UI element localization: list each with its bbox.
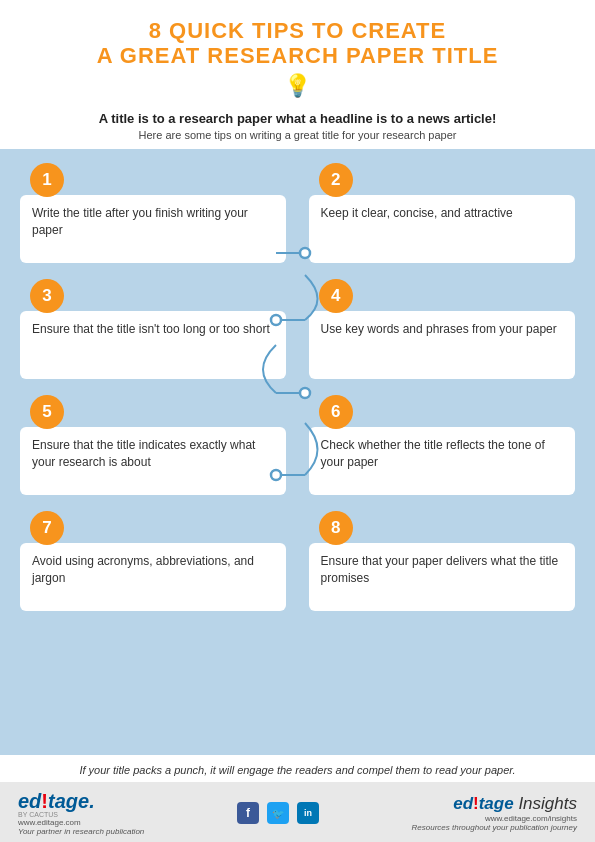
- editage-insights-logo: ed!tage Insights: [453, 794, 577, 814]
- page: 8 QUICK TIPS TO CREATE A GREAT RESEARCH …: [0, 0, 595, 842]
- tip-8-container: 8 Ensure that your paper delivers what t…: [309, 511, 575, 611]
- editage-logo: ed!tage.: [18, 790, 95, 813]
- main-title: 8 QUICK TIPS TO CREATE A GREAT RESEARCH …: [20, 18, 575, 69]
- tip-3-number: 3: [30, 279, 64, 313]
- tip-2-box: Keep it clear, concise, and attractive: [309, 195, 575, 263]
- main-content: 1 Write the title after you finish writi…: [0, 149, 595, 754]
- tips-row-4: 7 Avoid using acronyms, abbreviations, a…: [20, 511, 575, 611]
- tip-5-number: 5: [30, 395, 64, 429]
- tip-6-number: 6: [319, 395, 353, 429]
- tip-6-box: Check whether the title reflects the ton…: [309, 427, 575, 495]
- tip-3-box: Ensure that the title isn't too long or …: [20, 311, 286, 379]
- header: 8 QUICK TIPS TO CREATE A GREAT RESEARCH …: [0, 0, 595, 109]
- headline-text: A title is to a research paper what a he…: [30, 111, 565, 128]
- tip-4-container: 4 Use key words and phrases from your pa…: [309, 279, 575, 379]
- bottom-bar: ed!tage. BY CACTUS www.editage.com Your …: [0, 782, 595, 842]
- tips-row-2: 3 Ensure that the title isn't too long o…: [20, 279, 575, 379]
- sub-header: A title is to a research paper what a he…: [0, 109, 595, 150]
- tip-5-container: 5 Ensure that the title indicates exactl…: [20, 395, 286, 495]
- bulb-icon: 💡: [20, 73, 575, 99]
- tip-1-number: 1: [30, 163, 64, 197]
- editage-insights-url: www.editage.com/insights: [485, 814, 577, 823]
- tip-4-number: 4: [319, 279, 353, 313]
- tip-4-box: Use key words and phrases from your pape…: [309, 311, 575, 379]
- tip-1-container: 1 Write the title after you finish writi…: [20, 163, 286, 263]
- tips-row-1: 1 Write the title after you finish writi…: [20, 163, 575, 263]
- tip-3-container: 3 Ensure that the title isn't too long o…: [20, 279, 286, 379]
- editage-insights-section: ed!tage Insights www.editage.com/insight…: [412, 794, 577, 832]
- editage-partner: Your partner in research publication: [18, 827, 144, 836]
- tip-6-container: 6 Check whether the title reflects the t…: [309, 395, 575, 495]
- editage-logo-section: ed!tage. BY CACTUS www.editage.com Your …: [18, 790, 144, 836]
- twitter-icon[interactable]: 🐦: [267, 802, 289, 824]
- tip-1-box: Write the title after you finish writing…: [20, 195, 286, 263]
- tip-2-number: 2: [319, 163, 353, 197]
- social-icons: f 🐦 in: [237, 802, 319, 824]
- tips-row-3: 5 Ensure that the title indicates exactl…: [20, 395, 575, 495]
- footer-text: If your title packs a punch, it will eng…: [0, 755, 595, 782]
- subtitle-text: Here are some tips on writing a great ti…: [30, 129, 565, 141]
- tip-7-container: 7 Avoid using acronyms, abbreviations, a…: [20, 511, 286, 611]
- facebook-icon[interactable]: f: [237, 802, 259, 824]
- tip-5-box: Ensure that the title indicates exactly …: [20, 427, 286, 495]
- tip-7-box: Avoid using acronyms, abbreviations, and…: [20, 543, 286, 611]
- tip-8-box: Ensure that your paper delivers what the…: [309, 543, 575, 611]
- tip-8-number: 8: [319, 511, 353, 545]
- editage-insights-tag: Resources throughout your publication jo…: [412, 823, 577, 832]
- tip-7-number: 7: [30, 511, 64, 545]
- tip-2-container: 2 Keep it clear, concise, and attractive: [309, 163, 575, 263]
- linkedin-icon[interactable]: in: [297, 802, 319, 824]
- editage-by-cactus: BY CACTUS: [18, 811, 58, 818]
- editage-url: www.editage.com: [18, 818, 81, 827]
